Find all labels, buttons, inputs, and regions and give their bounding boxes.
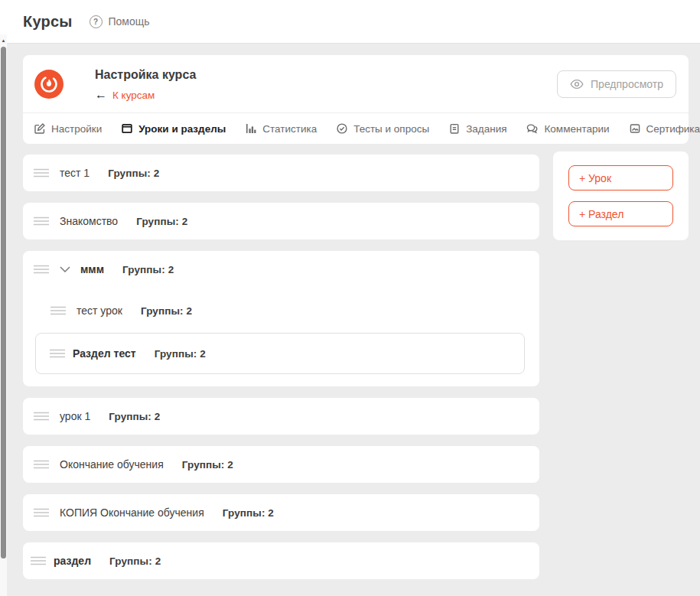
back-to-courses-link[interactable]: ← К курсам — [95, 89, 155, 101]
vertical-scrollbar: ▲ — [0, 34, 7, 596]
groups-count: Группы: 2 — [108, 168, 159, 179]
tab-tests-surveys[interactable]: Тесты и опросы — [336, 122, 429, 135]
tab-label: Настройки — [51, 123, 102, 135]
page-title: Курсы — [23, 13, 73, 31]
actions-panel: + Урок + Раздел — [553, 151, 689, 240]
lesson-title: урок 1 — [60, 410, 90, 422]
drag-handle-icon[interactable] — [34, 460, 49, 469]
lesson-title: Окончание обучения — [60, 458, 164, 471]
groups-count: Группы: 2 — [141, 305, 192, 317]
section-title: раздел — [54, 555, 91, 567]
groups-count: Группы: 2 — [155, 348, 206, 360]
chevron-down-icon[interactable] — [60, 266, 70, 272]
groups-count: Группы: 2 — [182, 459, 233, 471]
lesson-title: КОПИЯ Окончание обучения — [60, 506, 204, 519]
lesson-row[interactable]: Окончание обучения Группы: 2 — [23, 446, 539, 483]
groups-count: Группы: 2 — [122, 264, 174, 275]
course-logo-icon — [34, 69, 64, 99]
lesson-title: тест урок — [77, 305, 122, 317]
tab-certificates[interactable]: Сертификаты — [629, 122, 700, 135]
tab-label: Тесты и опросы — [353, 123, 429, 135]
clipboard-icon — [448, 122, 461, 135]
help-label: Помощь — [109, 15, 150, 28]
groups-count: Группы: 2 — [223, 507, 274, 519]
eye-icon — [570, 79, 584, 90]
section-title: Раздел тест — [73, 347, 136, 360]
left-arrow-icon: ← — [95, 89, 107, 101]
drag-handle-icon[interactable] — [50, 349, 65, 358]
tab-assignments[interactable]: Задания — [448, 122, 506, 135]
drag-handle-icon[interactable] — [50, 306, 66, 315]
help-link[interactable]: ? Помощь — [90, 15, 150, 28]
drag-handle-icon[interactable] — [34, 508, 49, 517]
scrollbar-thumb[interactable] — [1, 47, 6, 559]
tab-settings[interactable]: Настройки — [34, 122, 102, 135]
tab-comments[interactable]: Комментарии — [526, 122, 609, 135]
drag-handle-icon[interactable] — [31, 556, 46, 565]
tab-label: Сертификаты — [646, 123, 700, 135]
edit-icon — [34, 122, 46, 135]
course-name: Настройка курса — [95, 68, 196, 82]
section-row[interactable]: Раздел тест Группы: 2 — [35, 333, 525, 374]
drag-handle-icon[interactable] — [34, 265, 49, 274]
course-header: Настройка курса ← К курсам Предпросмотр — [23, 55, 689, 112]
lesson-row[interactable]: урок 1 Группы: 2 — [23, 398, 539, 435]
section-row[interactable]: раздел Группы: 2 — [23, 542, 539, 579]
section-row[interactable]: ммм Группы: 2 — [23, 251, 539, 288]
lesson-row[interactable]: КОПИЯ Окончание обучения Группы: 2 — [23, 494, 539, 531]
scrollbar-up-arrow-icon[interactable]: ▲ — [0, 37, 7, 44]
lesson-title: тест 1 — [60, 167, 90, 179]
question-circle-icon: ? — [90, 15, 103, 28]
tab-statistics[interactable]: Статистика — [245, 122, 317, 135]
groups-count: Группы: 2 — [109, 411, 160, 422]
tab-label: Комментарии — [544, 123, 609, 135]
groups-count: Группы: 2 — [136, 216, 187, 227]
bar-chart-icon — [245, 122, 257, 135]
image-icon — [629, 122, 641, 135]
add-lesson-button[interactable]: + Урок — [568, 165, 673, 191]
lesson-row[interactable]: Знакомство Группы: 2 — [23, 203, 539, 239]
check-circle-icon — [336, 122, 348, 135]
top-bar: Курсы ? Помощь — [0, 0, 700, 44]
preview-button[interactable]: Предпросмотр — [557, 70, 676, 98]
lessons-list: тест 1 Группы: 2 Знакомство Группы: 2 мм… — [23, 155, 539, 591]
lesson-row[interactable]: тест 1 Группы: 2 — [23, 155, 539, 191]
add-section-button[interactable]: + Раздел — [568, 201, 673, 226]
window-icon — [121, 122, 133, 135]
lesson-row[interactable]: тест урок Группы: 2 — [23, 292, 539, 329]
drag-handle-icon[interactable] — [34, 412, 49, 421]
drag-handle-icon[interactable] — [34, 168, 49, 177]
section-title: ммм — [80, 263, 104, 275]
tab-label: Статистика — [262, 123, 317, 135]
tab-label: Уроки и разделы — [138, 123, 226, 135]
lesson-title: Знакомство — [60, 215, 118, 227]
preview-button-label: Предпросмотр — [591, 78, 663, 90]
drag-handle-icon[interactable] — [34, 217, 49, 226]
course-tabs: Настройки Уроки и разделы Статистика — [23, 112, 689, 144]
tab-lessons-sections[interactable]: Уроки и разделы — [121, 122, 226, 135]
tab-label: Задания — [466, 123, 506, 135]
comments-icon — [526, 122, 539, 135]
back-link-label: К курсам — [112, 90, 155, 101]
groups-count: Группы: 2 — [109, 555, 161, 567]
course-settings-card: Настройка курса ← К курсам Предпросмотр — [23, 55, 689, 144]
expanded-section-group: ммм Группы: 2 тест урок Группы: 2 Раздел… — [23, 251, 539, 386]
